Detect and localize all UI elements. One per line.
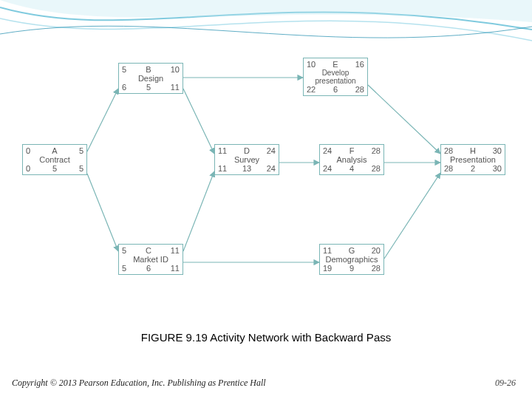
- node-G: 11G20 Demographics 19928: [319, 244, 384, 275]
- node-name-line1: Develop: [304, 69, 367, 77]
- node-es: 10: [307, 60, 316, 69]
- edge-A-B: [87, 89, 118, 151]
- node-ef: 30: [493, 146, 502, 155]
- copyright-text: Copyright © 2013 Pearson Education, Inc.…: [12, 378, 266, 389]
- node-ls: 24: [323, 164, 332, 173]
- node-lf: 11: [171, 83, 180, 92]
- node-id: G: [349, 246, 355, 255]
- node-lf: 28: [372, 264, 381, 273]
- node-es: 24: [323, 146, 332, 155]
- node-lf: 24: [267, 164, 276, 173]
- node-A: 0A5 Contract 055: [22, 144, 87, 175]
- activity-network-diagram: 0A5 Contract 055 5B10 Design 6511 5C11 M…: [0, 44, 532, 318]
- node-lf: 28: [355, 85, 364, 94]
- node-id: H: [470, 146, 476, 155]
- node-ls: 19: [323, 264, 332, 273]
- node-ls: 6: [122, 83, 126, 92]
- node-name: Contract: [23, 155, 86, 164]
- figure-caption: FIGURE 9.19 Activity Network with Backwa…: [0, 331, 532, 344]
- node-id: F: [349, 146, 355, 155]
- node-name: Survey: [215, 155, 279, 164]
- node-ls: 22: [307, 85, 316, 94]
- node-lf: 11: [171, 264, 180, 273]
- node-ls: 0: [26, 164, 30, 173]
- node-dur: 13: [242, 164, 251, 173]
- node-es: 5: [122, 65, 126, 74]
- node-name-line2: presentation: [304, 77, 367, 85]
- node-F: 24F28 Analysis 24428: [319, 144, 384, 175]
- node-H: 28H30 Presentation 28230: [440, 144, 505, 175]
- node-name: Design: [119, 74, 183, 83]
- node-es: 0: [26, 146, 30, 155]
- node-dur: 6: [333, 85, 338, 94]
- node-ef: 11: [171, 246, 180, 255]
- node-dur: 4: [349, 164, 354, 173]
- node-dur: 2: [471, 164, 475, 173]
- node-es: 5: [122, 246, 126, 255]
- node-ef: 24: [267, 146, 276, 155]
- edge-C-D: [183, 171, 214, 251]
- node-dur: 6: [146, 264, 151, 273]
- node-dur: 9: [349, 264, 354, 273]
- node-es: 28: [444, 146, 453, 155]
- node-id: A: [52, 146, 57, 155]
- edge-G-H: [384, 173, 440, 259]
- node-name: Market ID: [119, 255, 183, 264]
- node-dur: 5: [52, 164, 57, 173]
- node-name: Analysis: [320, 155, 383, 164]
- node-D: 11D24 Survey 111324: [214, 144, 279, 175]
- edge-B-D: [183, 89, 214, 154]
- node-ef: 20: [372, 246, 381, 255]
- node-id: B: [146, 65, 151, 74]
- node-ef: 10: [171, 65, 180, 74]
- node-ef: 16: [355, 60, 364, 69]
- node-ls: 5: [122, 264, 126, 273]
- node-es: 11: [218, 146, 227, 155]
- node-C: 5C11 Market ID 5611: [118, 244, 183, 275]
- node-ef: 5: [79, 146, 83, 155]
- node-lf: 5: [79, 164, 83, 173]
- node-B: 5B10 Design 6511: [118, 63, 183, 94]
- node-E: 10E16 Develop presentation 22628: [303, 58, 368, 96]
- edge-A-C: [87, 174, 118, 251]
- node-id: E: [332, 60, 338, 69]
- page-number: 09-26: [495, 378, 516, 389]
- arrow-layer: [0, 44, 532, 318]
- node-name: Presentation: [441, 155, 505, 164]
- node-name: Demographics: [320, 255, 383, 264]
- node-lf: 28: [372, 164, 381, 173]
- node-lf: 30: [493, 164, 502, 173]
- node-dur: 5: [146, 83, 151, 92]
- node-id: D: [244, 146, 250, 155]
- node-ef: 28: [372, 146, 381, 155]
- node-ls: 28: [444, 164, 453, 173]
- node-id: C: [146, 246, 151, 255]
- node-ls: 11: [218, 164, 227, 173]
- node-es: 11: [323, 246, 332, 255]
